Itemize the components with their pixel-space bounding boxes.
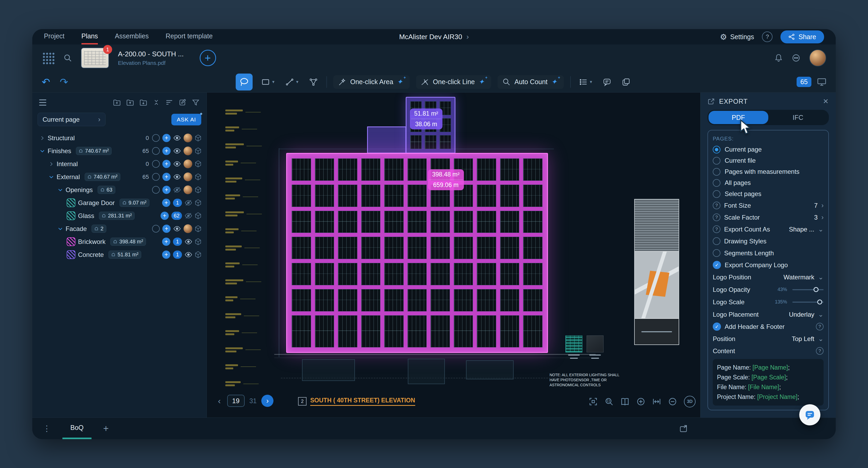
tree-row-garage-door[interactable]: Garage Door9.07 m²+1 — [37, 196, 201, 209]
comment-tool-button[interactable] — [600, 76, 613, 88]
menu-icon[interactable] — [39, 99, 46, 106]
font-size-row[interactable]: ? Font Size 7 › — [713, 200, 824, 211]
radio-current-file[interactable]: Current file — [713, 155, 824, 166]
export-company-logo-row[interactable]: ✓ Export Company Logo — [713, 259, 824, 271]
concrete-area-label[interactable]: 51.81 m² 38.06 m — [410, 109, 442, 129]
select-circle[interactable] — [152, 186, 160, 194]
add-measurement-button[interactable]: + — [162, 225, 170, 233]
tree-row-finishes[interactable]: Finishes740.67 m²65+ — [37, 144, 201, 157]
chevron-right-icon[interactable]: › — [467, 33, 469, 41]
add-measurement-button[interactable]: + — [162, 147, 170, 155]
zoom-out-icon[interactable] — [668, 397, 677, 406]
share-button[interactable]: Share — [780, 30, 824, 43]
ask-ai-button[interactable]: ASK AI ✦ — [172, 114, 201, 125]
plan-thumbnail[interactable]: 1 — [81, 48, 109, 68]
add-measurement-button[interactable]: + — [162, 134, 170, 142]
export-count-as-row[interactable]: ? Export Count As Shape ... ⌄ — [713, 223, 824, 235]
select-circle[interactable] — [152, 225, 160, 233]
3d-cube-icon[interactable] — [195, 147, 201, 154]
measurement-count-badge[interactable]: 65 — [797, 77, 811, 87]
assignee-avatar[interactable] — [184, 159, 192, 168]
sort-icon[interactable] — [165, 98, 173, 106]
add-tab-button[interactable]: + — [103, 423, 109, 434]
user-avatar[interactable] — [809, 50, 826, 66]
select-circle[interactable] — [152, 160, 160, 168]
drawing-styles-row[interactable]: Drawing Styles — [713, 235, 824, 247]
export-count-as-value[interactable]: Shape ... — [789, 226, 814, 233]
page-scope-select[interactable]: Current page › — [37, 113, 105, 126]
chevron-down-icon[interactable]: ⌄ — [818, 225, 824, 233]
eye-icon[interactable] — [173, 174, 181, 180]
lasso-tool-button[interactable] — [236, 74, 253, 90]
radio-current-page[interactable]: Current page — [713, 144, 824, 155]
edit-icon[interactable] — [179, 98, 186, 106]
caret-down-icon[interactable]: ▾ — [590, 79, 592, 85]
radio-icon[interactable] — [713, 146, 720, 153]
tab-ifc[interactable]: IFC — [768, 111, 828, 124]
logo-placement-row[interactable]: Logo Placement Underlay ⌄ — [713, 308, 824, 321]
line-tool-button[interactable]: ▾ — [283, 76, 301, 89]
scale-factor-row[interactable]: ? Scale Factor 3 › — [713, 211, 824, 223]
prev-page-button[interactable]: ‹ — [216, 396, 222, 406]
radio-icon[interactable] — [713, 179, 720, 187]
radio-select-pages[interactable]: Select pages — [713, 188, 824, 200]
redo-button[interactable]: ↷ — [60, 76, 68, 88]
assignee-avatar[interactable] — [184, 185, 192, 194]
3d-cube-icon[interactable] — [195, 251, 201, 258]
3d-cube-icon[interactable] — [195, 238, 201, 245]
logo-scale-row[interactable]: Logo Scale 135% — [713, 296, 824, 308]
eye-icon[interactable] — [185, 239, 192, 245]
search-icon[interactable] — [63, 54, 72, 62]
tree-row-openings[interactable]: Openings63+ — [37, 183, 201, 196]
tree-row-brickwork[interactable]: Brickwork398.48 m²+1 — [37, 235, 201, 248]
eye-icon[interactable] — [173, 161, 181, 167]
assignee-avatar[interactable] — [184, 134, 192, 142]
add-measurement-button[interactable]: + — [160, 212, 169, 220]
chevron-down-icon[interactable] — [58, 226, 63, 232]
monitor-icon[interactable] — [817, 78, 826, 86]
logo-placement-value[interactable]: Underlay — [789, 311, 814, 318]
tab-assemblies[interactable]: Assemblies — [115, 29, 149, 45]
eye-icon[interactable] — [173, 148, 181, 154]
select-circle[interactable] — [152, 173, 160, 181]
tree-row-internal[interactable]: Internal0+ — [37, 157, 201, 170]
help-icon[interactable]: ? — [713, 213, 720, 221]
chevron-down-icon[interactable]: ⌄ — [818, 273, 824, 281]
tab-pdf[interactable]: PDF — [709, 111, 768, 124]
eye-icon[interactable] — [173, 135, 181, 141]
close-icon[interactable]: ✕ — [823, 97, 829, 106]
3d-cube-icon[interactable] — [195, 135, 201, 142]
3d-cube-icon[interactable] — [195, 160, 201, 168]
filter-icon[interactable] — [192, 98, 200, 106]
select-circle[interactable] — [152, 134, 160, 142]
concrete-measurement-roof[interactable] — [367, 126, 406, 153]
position-value[interactable]: Top Left — [792, 335, 814, 343]
help-icon[interactable]: ? — [713, 225, 720, 233]
font-size-value[interactable]: 7 — [814, 202, 817, 209]
chevron-down-icon[interactable]: ⌄ — [818, 335, 824, 343]
caret-down-icon[interactable]: ▾ — [296, 79, 299, 85]
tree-row-concrete[interactable]: Concrete51.81 m²+1 — [37, 248, 201, 261]
radio-pages-with-measurements[interactable]: Pages with measurements — [713, 166, 824, 177]
radio-icon[interactable] — [713, 190, 720, 198]
assignee-avatar[interactable] — [184, 173, 192, 181]
chevron-right-icon[interactable]: › — [822, 213, 824, 221]
project-title[interactable]: McAlister Dev AIR30 › — [399, 33, 469, 41]
help-button[interactable]: ? — [762, 31, 773, 42]
chevron-right-icon[interactable] — [49, 162, 54, 167]
folder-up-icon[interactable] — [126, 99, 134, 106]
add-measurement-button[interactable]: + — [162, 238, 170, 246]
add-measurement-button[interactable]: + — [162, 173, 170, 181]
pages-book-icon[interactable] — [620, 397, 629, 406]
radio-icon[interactable] — [713, 168, 720, 176]
current-page-number[interactable]: 19 — [227, 395, 245, 407]
layers-tool-button[interactable] — [620, 76, 632, 88]
kebab-menu-icon[interactable]: ⋮ — [43, 424, 51, 433]
add-measurement-button[interactable]: + — [162, 251, 170, 259]
logo-position-row[interactable]: Logo Position Watermark ⌄ — [713, 271, 824, 283]
eye-off-icon[interactable] — [173, 187, 181, 193]
scale-factor-value[interactable]: 3 — [814, 214, 817, 221]
assignee-avatar[interactable] — [184, 147, 192, 155]
one-click-line-button[interactable]: One-click Line ✦+ — [416, 75, 491, 89]
help-icon[interactable]: ? — [816, 347, 824, 355]
